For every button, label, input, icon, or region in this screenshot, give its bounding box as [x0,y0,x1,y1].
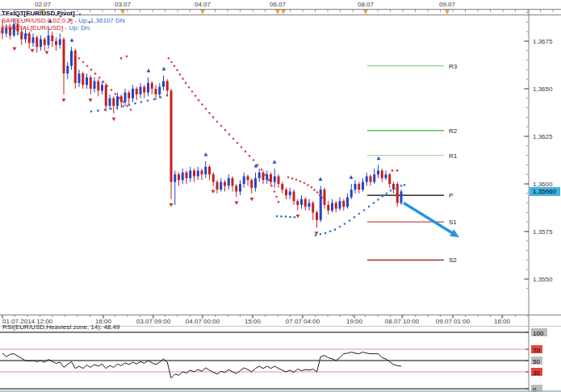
sar-dot [224,129,227,131]
sar-dot [126,105,128,107]
candle-body [247,177,249,181]
sar-dot [116,106,119,109]
candle-body [377,170,379,174]
candle-body [109,98,111,106]
candle-body [86,77,88,85]
price-axis-label: 1,3600 [533,181,553,188]
sar-dot [111,89,113,91]
sar-indicator-label: SAR[EUR/USD,0.02,0.2] - Up: 1,36107 DN [2,17,125,24]
candle-body [293,191,295,201]
candle-body [155,89,157,94]
candle-body [339,201,341,208]
candle-body [289,191,291,195]
sar-dot [354,216,356,219]
sar-dot [275,196,278,198]
sar-dot [339,226,341,228]
sar-dot [97,110,99,112]
sar-dot [174,65,176,67]
sar-dot [119,97,121,99]
fractal-label-name: FRACTAL[EUR/USD] - [2,24,69,31]
time-axis-label: 09.07 01:00 [436,318,471,325]
candle-body [51,35,53,41]
sar-label-value: Up: 1,36107 DN [78,17,124,24]
signal-dot-red [79,14,82,16]
candle-body [232,178,234,186]
pivot-label-s1: S1 [449,219,457,226]
sar-dot [170,61,173,64]
sar-dot [329,230,332,232]
sar-dot [182,77,184,80]
candle-body [224,182,226,186]
sar-dot [90,69,93,71]
sar-dot [320,233,322,236]
candle-body [388,174,391,184]
sar-dot [179,73,182,76]
candle-body [354,184,357,190]
sar-dot [74,53,77,56]
sar-dot [103,81,105,83]
sar-dot [373,202,375,204]
chart-title: TFxIQT[EUR/USD,Pivot] [2,10,75,17]
candle-body [162,81,165,87]
time-axis-label: 19:00 [346,318,363,325]
candle-body [120,96,123,102]
sar-dot [386,193,388,195]
candle-body [32,37,35,43]
candle-body [373,174,375,181]
sar-dot [390,190,392,192]
top-axis-label: 03.07 [115,1,132,8]
rsi-axis-label: 100 [533,330,544,337]
candle-body [304,199,307,206]
candle-body [201,170,203,174]
sar-dot [280,215,283,218]
sar-dot [160,96,162,98]
candle-body [20,31,23,39]
sar-dot [304,182,306,185]
sar-dot [253,159,255,161]
sar-dot [270,185,273,187]
sar-dot [291,177,294,180]
sar-dot [128,104,131,106]
sar-dot [208,112,211,115]
trading-terminal-screen: 02.0703.0704.0706.0708.0709.07R3R2R1PS1S… [0,0,561,392]
sar-dot [274,190,276,193]
time-axis-label: 16:00 [494,318,511,325]
sar-dot [404,184,406,186]
candle-body [143,87,145,93]
candle-body [158,87,161,94]
fractal-indicator-label: FRACTAL[EUR/USD] - Up: Dn: [2,24,91,31]
pivot-label-r3: R3 [449,63,458,70]
candle-body [362,182,364,190]
sar-dot [98,77,101,79]
sar-dot [140,101,143,103]
candle-body [316,212,318,219]
candle-body [128,93,130,98]
sar-dot [344,223,346,225]
chart-canvas[interactable]: 02.0703.0704.0706.0708.0709.07R3R2R1PS1S… [0,0,561,392]
candle-body [101,85,103,90]
fractal-label-value: Up: Dn: [69,24,90,31]
candle-body [350,190,353,197]
sar-dot [110,107,112,110]
candle-body [366,177,368,182]
candle-body [147,83,149,93]
sar-dot [316,191,319,194]
candle-body [300,199,303,205]
candle-body [327,205,329,211]
price-axis-label: 1,3675 [533,38,553,45]
sar-dot [237,142,239,144]
candle-body [132,89,134,98]
price-axis-label: 1,3550 [533,276,553,283]
sar-dot [166,94,169,97]
time-axis-label: 07.07 04:00 [286,318,320,325]
candle-body [262,173,265,180]
sar-dot [90,111,93,113]
sar-dot [78,57,81,60]
candle-body [151,83,153,89]
candle-body [296,201,299,205]
candle-body [193,170,195,176]
top-axis-label: 06.07 [270,1,287,8]
rsi-axis-label: 70 [533,347,540,354]
time-axis-label: 15:00 [245,318,262,325]
candle-body [36,37,38,47]
